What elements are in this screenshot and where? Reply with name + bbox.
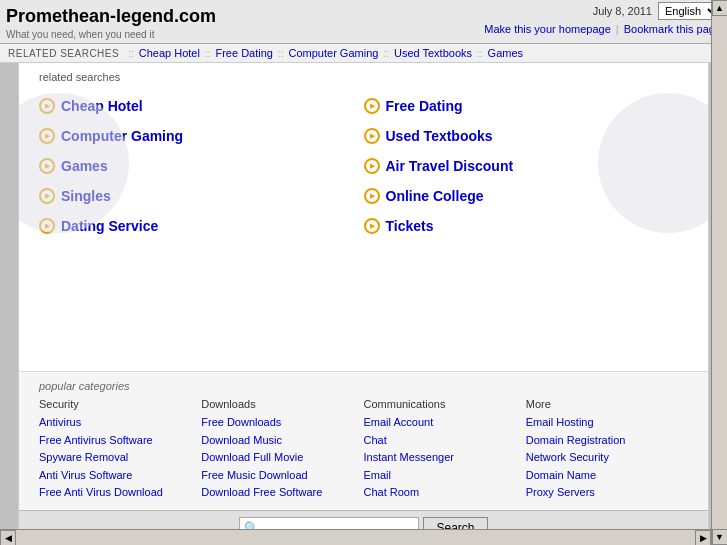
arrow-icon	[364, 98, 380, 114]
col-title-communications: Communications	[364, 398, 526, 410]
nav-item-free-dating[interactable]: Free Dating	[215, 47, 272, 59]
arrow-icon	[364, 218, 380, 234]
link-free-dating[interactable]: Free Dating	[386, 98, 463, 114]
top-right: July 8, 2011 English Make this your home…	[484, 2, 721, 35]
nav-item-used-textbooks[interactable]: Used Textbooks	[394, 47, 472, 59]
link-free-music-download[interactable]: Free Music Download	[201, 467, 363, 485]
popular-col-security: Security Antivirus Free Antivirus Softwa…	[39, 398, 201, 502]
scrollbar-right[interactable]: ▲ ▼	[711, 0, 727, 545]
scroll-left-button[interactable]: ◀	[0, 530, 16, 546]
nav-sep-3: ::	[278, 48, 284, 59]
scroll-down-button[interactable]: ▼	[712, 529, 728, 545]
link-spyware-removal[interactable]: Spyware Removal	[39, 449, 201, 467]
link-used-textbooks[interactable]: Used Textbooks	[386, 128, 493, 144]
scroll-up-button[interactable]: ▲	[712, 0, 728, 16]
link-air-travel-discount[interactable]: Air Travel Discount	[386, 158, 514, 174]
popular-categories-section: popular categories Security Antivirus Fr…	[19, 371, 708, 510]
link-chat[interactable]: Chat	[364, 432, 526, 450]
related-searches-section: related searches Cheap Hotel Free Dating…	[19, 63, 708, 371]
link-download-free-software[interactable]: Download Free Software	[201, 484, 363, 502]
link-instant-messenger[interactable]: Instant Messenger	[364, 449, 526, 467]
col-title-downloads: Downloads	[201, 398, 363, 410]
related-searches-bar: RELATED SEARCHES :: Cheap Hotel :: Free …	[0, 44, 727, 63]
link-separator: |	[616, 23, 622, 35]
link-email-hosting[interactable]: Email Hosting	[526, 414, 688, 432]
col-title-security: Security	[39, 398, 201, 410]
link-chat-room[interactable]: Chat Room	[364, 484, 526, 502]
nav-item-games[interactable]: Games	[488, 47, 523, 59]
col-title-more: More	[526, 398, 688, 410]
link-proxy-servers[interactable]: Proxy Servers	[526, 484, 688, 502]
scroll-track	[713, 16, 727, 529]
link-email[interactable]: Email	[364, 467, 526, 485]
utility-links: Make this your homepage | Bookmark this …	[484, 23, 721, 35]
link-free-downloads[interactable]: Free Downloads	[201, 414, 363, 432]
popular-col-communications: Communications Email Account Chat Instan…	[364, 398, 526, 502]
site-tagline: What you need, when you need it	[6, 29, 216, 40]
site-title: Promethean-legend.com	[6, 6, 216, 27]
scrollbar-bottom[interactable]: ◀ ▶	[0, 529, 711, 545]
related-searches-label: RELATED SEARCHES	[8, 48, 119, 59]
link-anti-virus-software[interactable]: Anti Virus Software	[39, 467, 201, 485]
link-download-full-movie[interactable]: Download Full Movie	[201, 449, 363, 467]
link-domain-name[interactable]: Domain Name	[526, 467, 688, 485]
main-content: related searches Cheap Hotel Free Dating…	[18, 63, 709, 545]
link-domain-registration[interactable]: Domain Registration	[526, 432, 688, 450]
date-label: July 8, 2011	[593, 5, 652, 17]
nav-sep-2: ::	[205, 48, 211, 59]
link-network-security[interactable]: Network Security	[526, 449, 688, 467]
homepage-link[interactable]: Make this your homepage	[484, 23, 611, 35]
nav-sep-5: ::	[477, 48, 483, 59]
popular-col-downloads: Downloads Free Downloads Download Music …	[201, 398, 363, 502]
link-free-anti-virus-download[interactable]: Free Anti Virus Download	[39, 484, 201, 502]
link-online-college[interactable]: Online College	[386, 188, 484, 204]
site-branding: Promethean-legend.com What you need, whe…	[6, 2, 216, 40]
link-free-antivirus-software[interactable]: Free Antivirus Software	[39, 432, 201, 450]
popular-col-more: More Email Hosting Domain Registration N…	[526, 398, 688, 502]
link-download-music[interactable]: Download Music	[201, 432, 363, 450]
top-bar: Promethean-legend.com What you need, whe…	[0, 0, 727, 44]
bookmark-link[interactable]: Bookmark this page	[624, 23, 721, 35]
popular-section-label: popular categories	[39, 380, 688, 392]
arrow-icon	[364, 188, 380, 204]
related-section-label: related searches	[39, 71, 688, 83]
nav-sep-1: ::	[128, 48, 134, 59]
nav-item-computer-gaming[interactable]: Computer Gaming	[289, 47, 379, 59]
link-antivirus[interactable]: Antivirus	[39, 414, 201, 432]
date-lang-row: July 8, 2011 English	[484, 2, 721, 20]
arrow-icon	[364, 128, 380, 144]
search-links-grid: Cheap Hotel Free Dating Computer Gaming …	[39, 91, 688, 241]
link-email-account[interactable]: Email Account	[364, 414, 526, 432]
nav-item-cheap-hotel[interactable]: Cheap Hotel	[139, 47, 200, 59]
nav-sep-4: ::	[383, 48, 389, 59]
arrow-icon	[364, 158, 380, 174]
popular-grid: Security Antivirus Free Antivirus Softwa…	[39, 398, 688, 502]
link-tickets[interactable]: Tickets	[386, 218, 434, 234]
scroll-right-button[interactable]: ▶	[695, 530, 711, 546]
